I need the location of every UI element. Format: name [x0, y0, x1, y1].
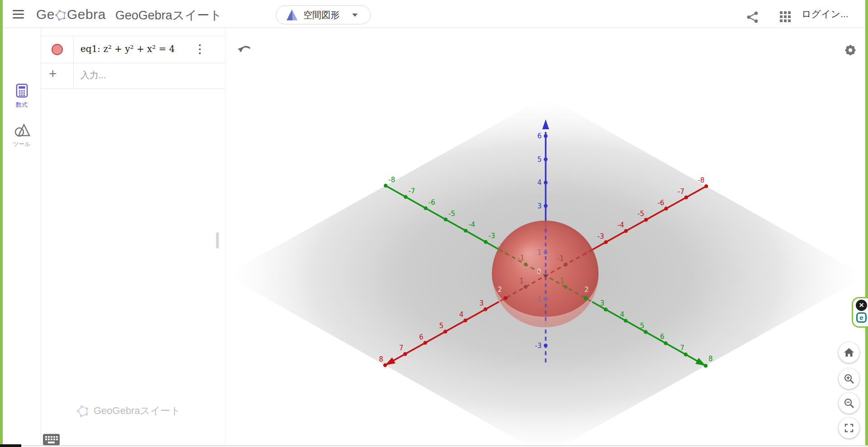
svg-text:-5: -5 — [637, 210, 644, 218]
magnifier-minus-icon — [844, 398, 854, 409]
rail-label-tools: ツール — [3, 140, 41, 148]
bottom-left-black-strip — [0, 444, 21, 447]
login-button[interactable]: ログイン... — [802, 0, 848, 28]
zoom-in-button[interactable] — [839, 368, 859, 389]
hamburger-menu-icon[interactable] — [9, 8, 27, 21]
svg-text:6: 6 — [419, 333, 424, 341]
magnifier-plus-icon — [844, 373, 854, 384]
svg-text:4: 4 — [620, 311, 624, 319]
svg-text:5: 5 — [537, 155, 542, 164]
svg-text:-6: -6 — [657, 199, 664, 207]
right-frame-border — [865, 0, 868, 445]
watermark: GeoGebraスイート — [77, 404, 180, 418]
3d-scene-canvas[interactable]: -8-7-6-5-4-3-2-8-7-6-5-4-3-2-3-223456234… — [225, 28, 866, 445]
extension-logo-icon[interactable]: e — [856, 312, 867, 323]
svg-text:-1: -1 — [535, 295, 542, 303]
zoom-out-button[interactable] — [839, 393, 859, 414]
svg-text:-3: -3 — [488, 232, 495, 240]
svg-text:-8: -8 — [388, 176, 395, 184]
bottom-divider — [0, 445, 868, 447]
pyramid-3d-icon — [285, 9, 299, 21]
home-icon — [844, 348, 854, 358]
undo-icon[interactable] — [237, 41, 253, 56]
suite-title: GeoGebraスイート — [115, 7, 222, 24]
apps-grid-icon[interactable] — [780, 11, 793, 24]
algebra-row-eq1[interactable]: eq1: z² + y² + x² = 4 — [41, 36, 225, 63]
header-bar: Ge Gebra GeoGebraスイート 空間図形 — [0, 0, 868, 28]
left-frame-border — [0, 0, 3, 444]
fullscreen-icon — [844, 423, 854, 433]
svg-text:-1: -1 — [557, 254, 564, 263]
svg-text:-7: -7 — [678, 188, 684, 196]
keyboard-icon[interactable] — [43, 434, 60, 446]
logo-text-prefix: Ge — [36, 7, 55, 22]
svg-text:1: 1 — [560, 277, 565, 285]
svg-text:6: 6 — [537, 132, 542, 140]
home-view-button[interactable] — [839, 342, 859, 363]
rail-label-algebra: 数式 — [3, 101, 41, 109]
add-input-icon[interactable]: + — [49, 66, 57, 81]
svg-text:-6: -6 — [429, 198, 435, 207]
svg-text:7: 7 — [399, 344, 404, 352]
svg-text:-8: -8 — [698, 176, 704, 184]
tools-icon — [14, 123, 30, 137]
svg-text:7: 7 — [680, 344, 684, 352]
svg-text:1: 1 — [519, 277, 524, 285]
pentagon-logo-icon — [55, 9, 66, 21]
share-icon[interactable] — [746, 10, 760, 24]
panel-scrollbar-thumb[interactable] — [216, 232, 219, 249]
svg-text:3: 3 — [537, 202, 542, 210]
svg-text:-4: -4 — [618, 221, 624, 229]
svg-text:4: 4 — [459, 311, 464, 319]
svg-text:0: 0 — [537, 268, 541, 276]
calculator-icon — [16, 83, 28, 98]
rail-item-tools[interactable]: ツール — [3, 123, 41, 148]
svg-text:6: 6 — [660, 333, 665, 341]
chevron-down-icon — [352, 14, 358, 17]
equation-text: eq1: z² + y² + x² = 4 — [80, 36, 175, 63]
svg-text:8: 8 — [379, 355, 383, 363]
app-selector-dropdown[interactable]: 空間図形 — [276, 5, 371, 24]
svg-text:2: 2 — [498, 286, 502, 294]
svg-text:4: 4 — [537, 179, 542, 187]
svg-text:-4: -4 — [468, 221, 475, 229]
extension-close-icon[interactable]: ✕ — [856, 300, 867, 311]
svg-text:2: 2 — [585, 286, 589, 294]
svg-text:5: 5 — [439, 322, 443, 330]
algebra-input-field[interactable]: 入力... — [80, 62, 106, 89]
algebra-input-row[interactable]: + 入力... — [41, 62, 225, 89]
visibility-toggle-circle[interactable] — [52, 44, 63, 55]
geogebra-app: Ge Gebra GeoGebraスイート 空間図形 — [0, 0, 868, 447]
kebab-menu-icon[interactable] — [194, 42, 205, 57]
sidebar-rail: 数式 ツール — [3, 28, 41, 444]
settings-gear-icon[interactable] — [843, 42, 858, 58]
svg-text:-1: -1 — [518, 254, 524, 262]
svg-text:3: 3 — [479, 299, 484, 307]
svg-text:3: 3 — [600, 299, 604, 307]
svg-text:5: 5 — [640, 322, 645, 330]
watermark-text: GeoGebraスイート — [94, 404, 180, 418]
logo-text-suffix: Gebra — [67, 7, 106, 22]
app-selector-label: 空間図形 — [303, 6, 340, 24]
rail-item-algebra[interactable]: 数式 — [3, 83, 41, 109]
svg-text:-3: -3 — [535, 342, 542, 350]
svg-text:1: 1 — [537, 249, 542, 257]
svg-text:8: 8 — [708, 355, 713, 363]
fullscreen-button[interactable] — [839, 418, 859, 438]
svg-text:-7: -7 — [408, 187, 415, 195]
algebra-panel: eq1: z² + y² + x² = 4 + 入力... GeoGebraスイ… — [41, 28, 225, 444]
svg-text:-3: -3 — [597, 232, 604, 240]
pentagon-watermark-icon — [77, 405, 89, 417]
geogebra-logo[interactable]: Ge Gebra — [36, 6, 106, 23]
svg-text:-5: -5 — [448, 210, 455, 218]
browser-extension-badge: ✕ e — [852, 297, 868, 328]
